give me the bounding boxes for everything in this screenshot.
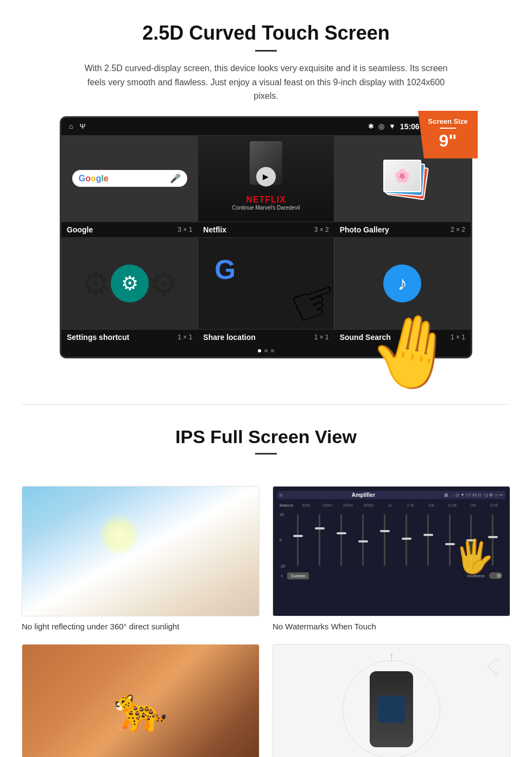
amp-home-icon: ⌂ bbox=[280, 492, 282, 497]
play-button[interactable]: ▶ bbox=[256, 167, 276, 186]
app-cell-settings[interactable]: ⚙⚙ ⚙ bbox=[61, 237, 198, 330]
status-bar-left: ⌂ Ψ bbox=[69, 122, 86, 130]
feature-grid: No light reflecting under 360° direct su… bbox=[0, 475, 532, 757]
amp-slider-1k[interactable] bbox=[396, 512, 416, 569]
pointing-hand: ☞ bbox=[281, 264, 333, 329]
google-app-size: 3 × 1 bbox=[178, 226, 192, 234]
feature-amplifier: ⌂ Amplifier ▦ … ◎ ▼ 17:33 ⊡ ◁) ⊠ ▭ ↩ Bal… bbox=[273, 486, 510, 631]
section-description: With 2.5D curved-display screen, this de… bbox=[76, 61, 456, 103]
loudness-toggle[interactable] bbox=[489, 572, 502, 579]
music-note-icon: ♪ bbox=[397, 272, 407, 295]
sunlight-visual bbox=[22, 487, 259, 616]
dot-3 bbox=[271, 349, 274, 352]
settings-app-name: Settings shortcut bbox=[67, 333, 129, 342]
gallery-app-name: Photo Gallery bbox=[340, 225, 389, 234]
app-cell-share-location[interactable]: G ☞ bbox=[198, 237, 334, 330]
car-visual: ↑ bbox=[273, 645, 510, 757]
status-bar: ⌂ Ψ ✱ ◎ ▼ 15:06 ⊡ ◁) ⊠ ▭ bbox=[61, 118, 471, 135]
netflix-subtitle: Continue Marvel's Daredevil bbox=[232, 205, 300, 211]
feature-image-cheetah: 🐆 bbox=[22, 644, 259, 757]
settings-label-row: Settings shortcut 1 × 1 bbox=[61, 330, 198, 345]
app-labels-row-1: Google 3 × 1 Netflix 3 × 2 Photo Gallery… bbox=[61, 222, 471, 237]
badge-divider-line bbox=[440, 128, 456, 129]
feature-car: ↑ Large Viewing Angle bbox=[273, 644, 510, 757]
device-area: Screen Size 9" ⌂ Ψ ✱ ◎ ▼ 15:06 bbox=[33, 116, 499, 361]
page-title: 2.5D Curved Touch Screen bbox=[33, 22, 499, 45]
sun-glow bbox=[97, 513, 141, 557]
settings-content: ⚙⚙ ⚙ bbox=[62, 238, 197, 329]
gear-icon: ⚙ bbox=[121, 272, 138, 295]
feature-image-car: ↑ bbox=[273, 644, 510, 757]
amp-slider-2-5k[interactable] bbox=[417, 512, 438, 569]
app-grid-top: Google 🎤 ▶ NETFL bbox=[61, 135, 471, 222]
sound-search-content: ♪ bbox=[335, 238, 470, 329]
title-divider bbox=[255, 50, 277, 52]
dot-2 bbox=[264, 349, 268, 352]
share-label-row: Share location 1 × 1 bbox=[198, 330, 334, 345]
ips-title: IPS Full Screen View bbox=[22, 426, 510, 447]
section-ips: IPS Full Screen View bbox=[0, 405, 532, 475]
feature-image-sunlight bbox=[22, 486, 259, 616]
google-label-row: Google 3 × 1 bbox=[61, 222, 198, 237]
view-angle-arc bbox=[477, 655, 499, 677]
screen-size-badge: Screen Size 9" bbox=[418, 111, 478, 159]
section-curved-touch: 2.5D Curved Touch Screen With 2.5D curve… bbox=[0, 0, 532, 377]
amp-sliders-area: 10 0 -10 bbox=[277, 510, 505, 570]
app-cell-sound-search[interactable]: ♪ bbox=[334, 237, 471, 330]
custom-button[interactable]: Custom bbox=[287, 572, 309, 579]
cheetah-visual: 🐆 bbox=[22, 645, 259, 757]
wifi-icon: ▼ bbox=[389, 122, 396, 130]
mic-icon: 🎤 bbox=[170, 173, 181, 184]
photo-stack: 🌸 bbox=[381, 157, 424, 200]
gallery-label-row: Photo Gallery 2 × 2 bbox=[334, 222, 471, 237]
amp-slider-balance[interactable] bbox=[287, 512, 308, 569]
flower-icon: 🌸 bbox=[394, 168, 410, 184]
bluetooth-icon: ✱ bbox=[368, 122, 374, 130]
netflix-logo-text: NETFLIX bbox=[232, 195, 300, 205]
app-grid-bottom: ⚙⚙ ⚙ G ☞ bbox=[61, 237, 471, 330]
settings-app-size: 1 × 1 bbox=[178, 333, 192, 341]
sunlight-caption: No light reflecting under 360° direct su… bbox=[22, 622, 259, 631]
amp-slider-200hz[interactable] bbox=[352, 512, 373, 569]
app-cell-google[interactable]: Google 🎤 bbox=[61, 135, 198, 222]
amp-hand: 🖐 bbox=[454, 537, 495, 576]
amp-slider-60hz[interactable] bbox=[309, 512, 330, 569]
sound-label-row: Sound Search 1 × 1 bbox=[334, 330, 471, 345]
amplifier-caption: No Watermarks When Touch bbox=[273, 622, 510, 631]
badge-label: Screen Size bbox=[423, 117, 472, 125]
usb-icon: Ψ bbox=[80, 122, 86, 130]
share-location-content: G ☞ bbox=[198, 238, 333, 329]
amp-freq-labels: Balance 60hz 100hz 200hz 500hz 1k 2.5k 1… bbox=[277, 502, 505, 508]
dots-indicator bbox=[61, 345, 471, 357]
dot-1 bbox=[258, 349, 261, 352]
status-time: 15:06 bbox=[400, 122, 420, 131]
amp-header: ⌂ Amplifier ▦ … ◎ ▼ 17:33 ⊡ ◁) ⊠ ▭ ↩ bbox=[277, 491, 505, 499]
badge-number: 9" bbox=[423, 131, 472, 151]
feature-cheetah: 🐆 Super Fast Response bbox=[22, 644, 259, 757]
car-window bbox=[378, 696, 405, 723]
car-direction-arrow: ↑ bbox=[389, 650, 394, 663]
google-search-bar[interactable]: Google 🎤 bbox=[72, 170, 187, 187]
cheetah-emoji: 🐆 bbox=[113, 684, 168, 735]
netflix-app-name: Netflix bbox=[203, 225, 226, 234]
settings-main-icon: ⚙ bbox=[111, 264, 149, 302]
google-content: Google 🎤 bbox=[62, 136, 197, 222]
amplifier-visual: ⌂ Amplifier ▦ … ◎ ▼ 17:33 ⊡ ◁) ⊠ ▭ ↩ Bal… bbox=[273, 487, 510, 616]
amp-title: Amplifier bbox=[352, 492, 375, 498]
app-labels-row-2: Settings shortcut 1 × 1 Share location 1… bbox=[61, 330, 471, 345]
tablet-frame: ⌂ Ψ ✱ ◎ ▼ 15:06 ⊡ ◁) ⊠ ▭ bbox=[60, 116, 472, 358]
g-maps-logo: G bbox=[214, 254, 236, 286]
netflix-app-size: 3 × 2 bbox=[314, 226, 329, 234]
google-app-name: Google bbox=[67, 225, 93, 234]
share-app-name: Share location bbox=[203, 333, 255, 342]
device-wrapper: Screen Size 9" ⌂ Ψ ✱ ◎ ▼ 15:06 bbox=[60, 116, 472, 358]
amp-slider-100hz[interactable] bbox=[331, 512, 351, 569]
sound-app-name: Sound Search bbox=[340, 333, 391, 342]
amp-slider-500hz[interactable] bbox=[374, 512, 395, 569]
share-app-size: 1 × 1 bbox=[314, 333, 329, 341]
netflix-label-row: Netflix 3 × 2 bbox=[198, 222, 334, 237]
app-cell-netflix[interactable]: ▶ NETFLIX Continue Marvel's Daredevil bbox=[198, 135, 334, 222]
sound-app-size: 1 × 1 bbox=[451, 333, 465, 341]
car-body bbox=[370, 671, 413, 747]
netflix-branding: NETFLIX Continue Marvel's Daredevil bbox=[232, 195, 300, 211]
